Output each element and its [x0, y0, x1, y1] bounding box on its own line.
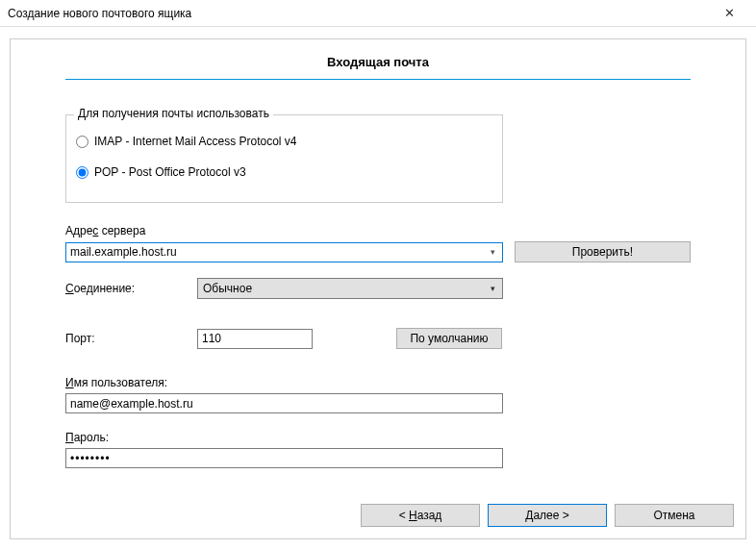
connection-value: Обычное: [203, 282, 252, 295]
window-title: Создание нового почтового ящика: [8, 7, 191, 20]
password-input[interactable]: [65, 448, 503, 468]
dialog-frame: Входящая почта Для получения почты испол…: [10, 38, 746, 539]
username-input[interactable]: [65, 393, 503, 413]
password-label: Пароль:: [65, 431, 691, 444]
radio-pop[interactable]: [76, 166, 88, 179]
radio-pop-row[interactable]: POP - Post Office Protocol v3: [76, 165, 492, 179]
radio-imap[interactable]: [76, 136, 88, 148]
port-input[interactable]: [197, 329, 313, 349]
chevron-down-icon[interactable]: ▾: [486, 245, 500, 260]
close-button[interactable]: ✕: [710, 0, 748, 27]
section-title: Входящая почта: [65, 55, 691, 77]
radio-imap-label[interactable]: IMAP - Internet Mail Access Protocol v4: [94, 135, 297, 148]
check-button[interactable]: Проверить!: [515, 241, 691, 262]
chevron-down-icon[interactable]: ▾: [486, 281, 500, 296]
section-underline: [65, 79, 691, 80]
port-label: Порт:: [65, 332, 197, 345]
connection-select[interactable]: Обычное ▾: [197, 278, 503, 299]
radio-imap-row[interactable]: IMAP - Internet Mail Access Protocol v4: [76, 135, 492, 148]
close-icon: ✕: [724, 6, 735, 20]
server-address-combo[interactable]: ▾: [65, 242, 503, 262]
server-label: Адрес сервера: [65, 224, 691, 237]
button-row: < Назад Далее > Отмена: [361, 504, 734, 527]
radio-pop-label[interactable]: POP - Post Office Protocol v3: [94, 165, 246, 179]
protocol-fieldset: Для получения почты использовать IMAP - …: [65, 114, 503, 203]
username-label: Имя пользователя:: [65, 376, 691, 389]
next-button[interactable]: Далее >: [488, 504, 607, 527]
window-titlebar: Создание нового почтового ящика ✕: [0, 0, 756, 27]
port-default-button[interactable]: По умолчанию: [396, 328, 502, 349]
cancel-button[interactable]: Отмена: [615, 504, 734, 527]
protocol-legend: Для получения почты использовать: [74, 107, 273, 120]
connection-label: Соединение:: [65, 282, 197, 295]
server-address-input[interactable]: [66, 243, 485, 262]
back-button[interactable]: < Назад: [361, 504, 480, 527]
form-area: Для получения почты использовать IMAP - …: [11, 87, 745, 478]
section-header: Входящая почта: [11, 39, 745, 87]
